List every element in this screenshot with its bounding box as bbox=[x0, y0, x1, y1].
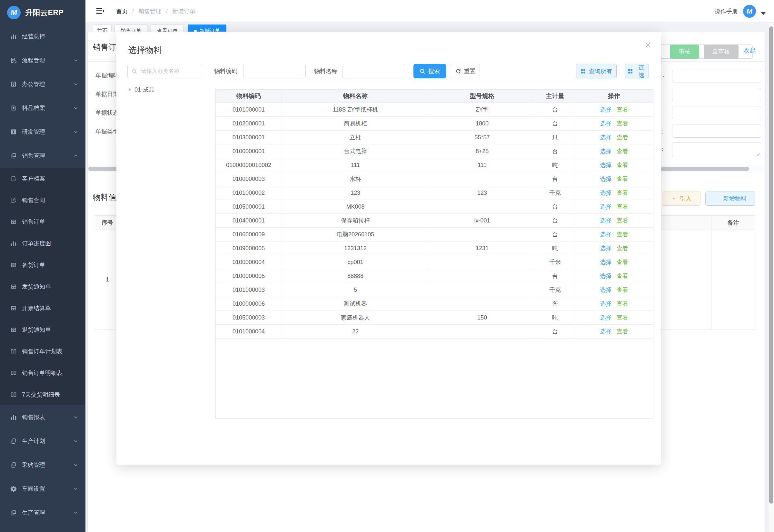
tab-bar: 首页销售订单查看订单新增订单 bbox=[85, 23, 774, 32]
select-link[interactable]: 选择 bbox=[600, 314, 611, 321]
view-link[interactable]: 查看 bbox=[617, 175, 628, 183]
select-link[interactable]: 选择 bbox=[600, 120, 611, 127]
sidebar-item[interactable]: 销售合同 bbox=[0, 189, 85, 211]
menu-fold-icon[interactable] bbox=[95, 6, 105, 16]
material-code-input[interactable] bbox=[243, 64, 306, 78]
chevron-right-icon[interactable] bbox=[129, 88, 131, 92]
manual-link[interactable]: 操作手册 bbox=[715, 7, 738, 15]
resize-grip-icon[interactable] bbox=[755, 152, 760, 156]
vertical-scrollbar-thumb[interactable] bbox=[769, 26, 773, 504]
sidebar-item[interactable]: 采购管理 bbox=[0, 453, 85, 477]
select-link[interactable]: 选择 bbox=[600, 328, 611, 335]
sidebar-item[interactable]: 退货通知单 bbox=[0, 319, 85, 340]
select-link[interactable]: 选择 bbox=[600, 300, 611, 308]
select-link[interactable]: 选择 bbox=[600, 244, 611, 252]
sidebar-item[interactable]: 客户档案 bbox=[0, 168, 85, 189]
sidebar-item[interactable]: 车间设置 bbox=[0, 477, 85, 501]
doc-date-label: 单据日期 bbox=[95, 90, 119, 98]
sidebar-item[interactable]: 办公管理 bbox=[0, 72, 85, 96]
select-link[interactable]: 选择 bbox=[600, 231, 611, 238]
grid-icon bbox=[627, 68, 633, 74]
view-link[interactable]: 查看 bbox=[617, 272, 628, 280]
right-form-input-3[interactable] bbox=[672, 106, 761, 119]
sidebar-item[interactable]: 经营总控 bbox=[0, 25, 85, 48]
select-link[interactable]: 选择 bbox=[600, 272, 611, 280]
sidebar-item[interactable]: 销售订单明细表 bbox=[0, 362, 85, 384]
select-link[interactable]: 选择 bbox=[600, 175, 611, 183]
view-link[interactable]: 查看 bbox=[617, 133, 628, 141]
unaudit-button[interactable]: 反审核 bbox=[704, 44, 739, 59]
right-form-input-1[interactable] bbox=[672, 70, 761, 83]
audit-button[interactable]: 审核 bbox=[670, 44, 699, 59]
view-link[interactable]: 查看 bbox=[617, 189, 628, 197]
sidebar-item[interactable]: 加工车间 bbox=[0, 525, 85, 532]
sidebar-item[interactable]: 备货订单 bbox=[0, 254, 85, 276]
sidebar-item[interactable]: 7天交货明细表 bbox=[0, 384, 85, 405]
select-link[interactable]: 选择 bbox=[600, 106, 611, 113]
select-link[interactable]: 选择 bbox=[600, 203, 611, 211]
right-form-input-2[interactable] bbox=[672, 88, 761, 101]
select-link[interactable]: 选择 bbox=[600, 217, 611, 224]
select-link[interactable]: 选择 bbox=[600, 147, 611, 155]
view-link[interactable]: 查看 bbox=[617, 300, 628, 308]
view-link[interactable]: 查看 bbox=[617, 203, 628, 211]
view-link[interactable]: 查看 bbox=[617, 286, 628, 294]
material-code-cell: 0100000006 bbox=[216, 297, 282, 310]
remark-textarea[interactable] bbox=[672, 142, 761, 157]
view-link[interactable]: 查看 bbox=[617, 231, 628, 238]
view-link[interactable]: 查看 bbox=[617, 106, 628, 113]
pages-icon bbox=[10, 153, 17, 159]
sidebar-item-label: 料品档案 bbox=[22, 104, 73, 112]
view-link[interactable]: 查看 bbox=[617, 120, 628, 127]
select-link[interactable]: 选择 bbox=[600, 189, 611, 197]
material-code-cell: 0101000003 bbox=[216, 283, 282, 297]
tree-node-finished-goods[interactable]: 01-成品 bbox=[129, 86, 154, 94]
close-icon[interactable] bbox=[642, 39, 654, 51]
sidebar-item[interactable]: 销售订单计划表 bbox=[0, 340, 85, 362]
sidebar-item[interactable]: 生产计划 bbox=[0, 429, 85, 453]
material-unit-cell: 套 bbox=[535, 297, 575, 310]
query-all-button[interactable]: 查询所有 bbox=[576, 64, 617, 78]
breadcrumb-sales[interactable]: 销售管理 bbox=[138, 7, 162, 15]
sidebar-item[interactable]: 研发管理 bbox=[0, 120, 85, 144]
view-link[interactable]: 查看 bbox=[617, 328, 628, 335]
select-link[interactable]: 选择 bbox=[600, 161, 611, 169]
sidebar-item[interactable]: 料品档案 bbox=[0, 96, 85, 120]
material-table-column-header: 物料编码 bbox=[216, 90, 282, 103]
material-unit-cell: 台 bbox=[535, 144, 575, 158]
avatar[interactable]: M bbox=[743, 5, 756, 18]
view-link[interactable]: 查看 bbox=[617, 314, 628, 321]
reset-button[interactable]: 重置 bbox=[451, 64, 480, 78]
sidebar-item[interactable]: 销售报表 bbox=[0, 405, 85, 429]
view-link[interactable]: 查看 bbox=[617, 217, 628, 224]
breadcrumb-home[interactable]: 首页 bbox=[116, 7, 128, 15]
material-name-cell: 1231312 bbox=[282, 241, 429, 255]
sidebar-item[interactable]: 销售管理 bbox=[0, 144, 85, 168]
sidebar-item[interactable]: 订单进度图 bbox=[0, 232, 85, 254]
brand: M 升阳云ERP bbox=[0, 0, 85, 23]
sidebar-item[interactable]: 销售订单 bbox=[0, 211, 85, 232]
material-unit-cell: 台 bbox=[535, 172, 575, 186]
sidebar-item[interactable]: 生产管理 bbox=[0, 501, 85, 525]
sidebar-item[interactable]: 流程管理 bbox=[0, 48, 85, 72]
sidebar-item-label: 客户档案 bbox=[22, 175, 78, 182]
material-name-input[interactable] bbox=[342, 64, 405, 78]
select-link[interactable]: 选择 bbox=[600, 258, 611, 266]
multi-select-button[interactable]: 连选 bbox=[625, 64, 649, 78]
import-button[interactable]: 引入 bbox=[662, 192, 700, 206]
sidebar-item[interactable]: 发货通知单 bbox=[0, 276, 85, 297]
caret-down-icon[interactable] bbox=[761, 12, 766, 15]
sidebar-item[interactable]: 开票结算单 bbox=[0, 297, 85, 319]
select-link[interactable]: 选择 bbox=[600, 286, 611, 294]
add-material-button[interactable]: 新增物料 bbox=[705, 192, 755, 206]
view-link[interactable]: 查看 bbox=[617, 258, 628, 266]
view-link[interactable]: 查看 bbox=[617, 244, 628, 252]
collapse-link[interactable]: 收起 bbox=[743, 46, 756, 55]
view-link[interactable]: 查看 bbox=[617, 161, 628, 169]
view-link[interactable]: 查看 bbox=[617, 147, 628, 155]
category-search-input[interactable] bbox=[140, 68, 198, 75]
select-link[interactable]: 选择 bbox=[600, 133, 611, 141]
material-unit-cell: 台 bbox=[535, 228, 575, 241]
right-form-input-4[interactable] bbox=[672, 124, 761, 138]
search-button[interactable]: 搜索 bbox=[413, 64, 446, 78]
